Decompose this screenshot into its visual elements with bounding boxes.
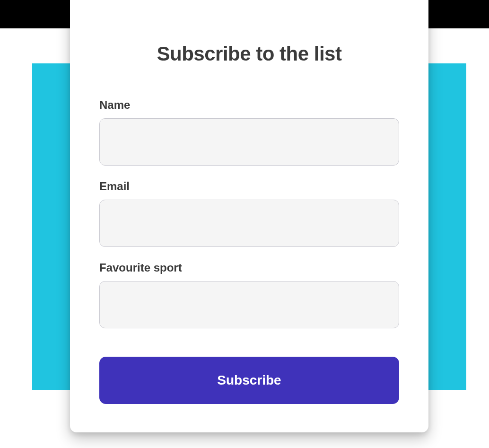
email-field-group: Email — [99, 180, 399, 247]
email-input[interactable] — [99, 200, 399, 247]
name-label: Name — [99, 98, 399, 112]
subscribe-card: Subscribe to the list Name Email Favouri… — [70, 0, 428, 432]
sport-label: Favourite sport — [99, 261, 399, 274]
name-input[interactable] — [99, 118, 399, 166]
email-label: Email — [99, 180, 399, 193]
sport-field-group: Favourite sport — [99, 261, 399, 328]
subscribe-button[interactable]: Subscribe — [99, 357, 399, 404]
form-title: Subscribe to the list — [99, 43, 399, 65]
sport-input[interactable] — [99, 281, 399, 328]
name-field-group: Name — [99, 98, 399, 166]
